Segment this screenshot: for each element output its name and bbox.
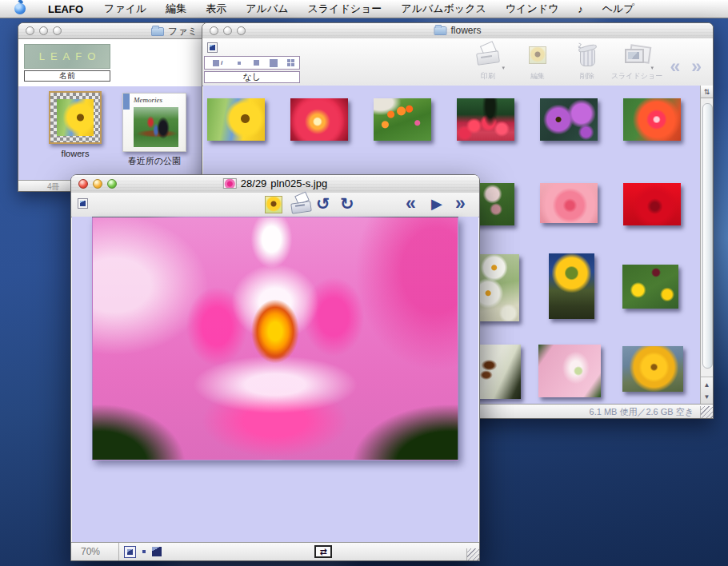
viewer-toolbar: ↺ ↻ « ▶ »	[71, 193, 479, 217]
view-info-segment[interactable]: i	[205, 57, 230, 69]
menu-item-window[interactable]: ウインドウ	[496, 2, 569, 16]
menu-item-slideshow[interactable]: スライドショー	[298, 2, 392, 16]
previous-button[interactable]: «	[406, 194, 416, 213]
small-size-icon[interactable]	[142, 550, 146, 553]
category-dropdown[interactable]: なし	[204, 71, 300, 83]
next-button[interactable]: »	[455, 194, 466, 213]
zoom-button[interactable]	[237, 26, 246, 35]
slideshow-button[interactable]: ▾ スライドショー	[618, 41, 655, 82]
menu-item-file[interactable]: ファイル	[94, 2, 156, 16]
resize-grip[interactable]	[700, 406, 713, 418]
menu-item-view[interactable]: 表示	[196, 2, 236, 16]
zoom-button[interactable]	[107, 179, 117, 189]
album-count: 4冊	[47, 181, 60, 193]
thumbnail-orange-lilies[interactable]	[374, 98, 431, 141]
thumbnail-yellow-daylily[interactable]	[622, 346, 683, 392]
disk-usage: 6.1 MB 使用／2.6 GB 空き	[590, 406, 694, 418]
scrollbar-arrows: ▲ ▼	[701, 377, 713, 405]
edit-button[interactable]: 編集	[519, 41, 556, 82]
menu-item-album[interactable]: アルバム	[236, 2, 298, 16]
trash-icon: ↴	[578, 43, 597, 67]
menu-item-app[interactable]: LEAFO	[37, 3, 94, 15]
swap-direction-icon[interactable]: ⇄	[314, 545, 332, 558]
view-grid-segment[interactable]	[282, 57, 299, 69]
thumbnail-spider-lilies[interactable]	[457, 98, 514, 141]
large-size-icon[interactable]	[152, 547, 162, 556]
minimize-button[interactable]	[39, 26, 48, 35]
scroll-up-icon[interactable]: ▲	[704, 381, 710, 389]
thumbnail-red-rose[interactable]	[290, 98, 348, 141]
printer-icon	[289, 193, 313, 214]
leafo-logo: LEAFO	[24, 44, 110, 69]
scrollbar-thumb[interactable]	[702, 103, 713, 369]
window-controls	[78, 179, 117, 189]
menu-item-albumbox[interactable]: アルバムボックス	[391, 2, 495, 16]
thumbnail-daisies[interactable]	[476, 254, 519, 321]
back-icon[interactable]: «	[670, 58, 680, 76]
edit-image-button[interactable]	[265, 196, 282, 213]
close-button[interactable]	[26, 26, 34, 35]
thumbnail-drag-icon[interactable]	[207, 42, 218, 53]
orchid-photo[interactable]	[92, 217, 458, 460]
play-icon: ▶	[431, 196, 442, 212]
menu-item-edit[interactable]: 編集	[156, 2, 196, 16]
print-button[interactable]: ▾ 印刷	[470, 41, 506, 82]
minimize-button[interactable]	[223, 26, 232, 35]
zoom-level[interactable]: 70%	[71, 543, 119, 560]
slideshow-menu-arrow[interactable]: ▾	[650, 65, 654, 71]
close-button[interactable]	[210, 26, 218, 35]
album-flowers-label: flowers	[49, 149, 102, 158]
album-cover-photo	[134, 107, 178, 147]
folder-icon	[151, 27, 164, 36]
thumbnail-pink-mallow[interactable]	[538, 345, 601, 397]
viewer-statusbar: 70% ⇄	[71, 542, 479, 560]
minimize-button[interactable]	[93, 179, 102, 189]
flowers-toolbar: i なし ▾ 印刷 編集 ↴ 削除 ▾ スライドショ	[202, 38, 713, 86]
scroll-down-icon[interactable]: ▼	[704, 393, 710, 401]
album-flowers[interactable]	[49, 91, 102, 144]
close-button[interactable]	[78, 179, 88, 189]
rotate-right-button[interactable]: ↻	[340, 195, 354, 213]
view-large-segment[interactable]	[265, 57, 282, 69]
view-small-segment[interactable]	[248, 57, 265, 69]
photo-counter: 28/29	[241, 177, 267, 189]
slideshow-icon	[625, 46, 649, 65]
print-menu-arrow[interactable]: ▾	[502, 65, 505, 71]
name-column-header[interactable]: 名前	[24, 70, 110, 82]
thumbnail-buttercups[interactable]	[622, 265, 678, 309]
toolbar-buttons: ▾ 印刷 編集 ↴ 削除 ▾ スライドショー	[470, 41, 655, 82]
zoom-size-controls	[124, 543, 186, 560]
apple-menu-icon[interactable]	[14, 3, 26, 14]
thumbnail-icon[interactable]	[78, 198, 88, 209]
rotate-right-icon: ↻	[340, 194, 354, 213]
menu-item-help[interactable]: ヘルプ	[593, 2, 644, 16]
resize-grip[interactable]	[466, 548, 479, 560]
fit-window-icon[interactable]	[124, 546, 136, 558]
thumbnail-hibiscus[interactable]	[623, 98, 681, 141]
sort-icon[interactable]: ⇅	[701, 86, 713, 98]
edit-image-icon	[529, 46, 546, 64]
folder-icon	[434, 26, 446, 35]
play-slideshow-button[interactable]: ▶	[431, 197, 442, 212]
view-tiny-segment[interactable]	[230, 57, 247, 69]
print-button[interactable]	[289, 193, 313, 214]
flowers-titlebar[interactable]: flowers	[202, 23, 713, 39]
viewer-titlebar[interactable]: 28/29 pln025-s.jpg	[71, 175, 479, 193]
thumbnail-sunflower[interactable]	[207, 98, 265, 141]
thumbnail-sunflower-portrait[interactable]	[549, 253, 594, 319]
menu-item-music-note-icon[interactable]: ♪	[568, 3, 593, 15]
thumbnail-purple-cosmos[interactable]	[540, 98, 598, 141]
previous-icon: «	[406, 193, 416, 213]
delete-button[interactable]: ↴ 削除	[569, 41, 606, 82]
edit-image-icon	[265, 196, 282, 213]
thumbnail-pink-rose[interactable]	[540, 183, 598, 223]
thumbnail-white-lily[interactable]	[473, 345, 521, 399]
window-controls	[26, 26, 62, 35]
thumbnail-crimson-rose[interactable]	[623, 183, 681, 225]
rotate-left-button[interactable]: ↺	[316, 195, 330, 213]
zoom-button[interactable]	[53, 26, 62, 35]
window-title: flowers	[450, 25, 481, 36]
album-spine	[123, 94, 130, 110]
forward-icon[interactable]: »	[691, 58, 702, 76]
album-memories[interactable]: Memories	[122, 93, 186, 152]
